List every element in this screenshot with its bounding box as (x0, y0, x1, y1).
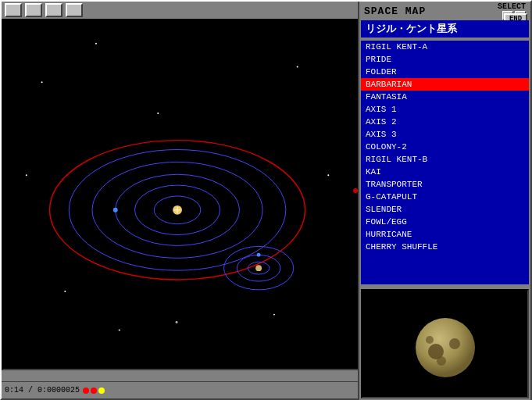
select-label: SELECT (498, 2, 526, 11)
svg-point-7 (273, 314, 275, 316)
toolbar-btn-4[interactable] (66, 3, 83, 17)
toolbar-btn-1[interactable] (5, 3, 22, 17)
list-item[interactable]: CHERRY SHUFFLE (361, 241, 529, 253)
svg-point-5 (64, 291, 66, 292)
list-item[interactable]: TRANSPORTER (361, 178, 529, 191)
svg-point-30 (449, 338, 460, 349)
system-name: リジル・ケント星系 (366, 22, 457, 36)
svg-point-20 (255, 265, 262, 271)
indicator-3 (98, 388, 105, 394)
list-item[interactable]: KAI (361, 166, 529, 178)
list-item[interactable]: RIGIL KENT-B (361, 153, 529, 166)
svg-point-24 (257, 253, 261, 257)
system-name-bar: リジル・ケント星系 (361, 20, 529, 38)
planet-preview (361, 289, 529, 398)
list-item[interactable]: AXIS 2 (361, 116, 529, 128)
svg-point-2 (157, 112, 159, 114)
list-item[interactable]: AXIS 3 (361, 128, 529, 141)
list-item[interactable]: FOLDER (361, 66, 529, 78)
status-indicators (83, 388, 105, 394)
svg-point-17 (113, 208, 118, 212)
svg-point-31 (437, 356, 446, 366)
list-item[interactable]: RIGIL KENT-A (361, 41, 529, 53)
svg-point-6 (119, 329, 120, 330)
list-item[interactable]: COLONY-2 (361, 141, 529, 153)
svg-point-0 (41, 81, 43, 83)
indicator-1 (83, 388, 89, 394)
main-window: ▲ ▼ 0:14 / 0:0000025 SPACE MAP SELECT ↑ … (0, 0, 532, 400)
list-item[interactable]: FANTASIA (361, 91, 529, 103)
toolbar-btn-3[interactable] (45, 3, 62, 17)
list-item[interactable]: G-CATAPULT (361, 191, 529, 203)
svg-point-32 (426, 336, 434, 344)
list-item[interactable]: AXIS 1 (361, 103, 529, 116)
svg-point-25 (176, 321, 178, 323)
top-toolbar (2, 2, 361, 19)
svg-point-8 (26, 174, 27, 176)
svg-point-3 (297, 66, 298, 67)
right-panel: SPACE MAP SELECT ↑ ↓ END リジル・ケント星系 RIGIL… (358, 2, 530, 400)
planet-svg (406, 305, 484, 383)
status-bar: 0:14 / 0:0000025 (2, 381, 361, 398)
space-map[interactable] (2, 19, 361, 370)
list-item[interactable]: FOWL/EGG (361, 216, 529, 228)
space-map-label: SPACE MAP (364, 5, 426, 17)
list-item[interactable]: HURRICANE (361, 228, 529, 241)
indicator-2 (91, 388, 97, 394)
list-item[interactable]: BARBARIAN (361, 78, 529, 91)
status-coords: 0:14 / 0:0000025 (5, 386, 80, 395)
orbital-display (3, 20, 359, 369)
svg-point-28 (416, 318, 475, 377)
list-item[interactable]: PRIDE (361, 53, 529, 66)
svg-point-1 (95, 43, 97, 45)
svg-point-4 (327, 174, 329, 176)
location-list[interactable]: RIGIL KENT-APRIDEFOLDERBARBARIANFANTASIA… (361, 41, 529, 284)
toolbar-btn-2[interactable] (25, 3, 42, 17)
list-item[interactable]: SLENDER (361, 203, 529, 216)
